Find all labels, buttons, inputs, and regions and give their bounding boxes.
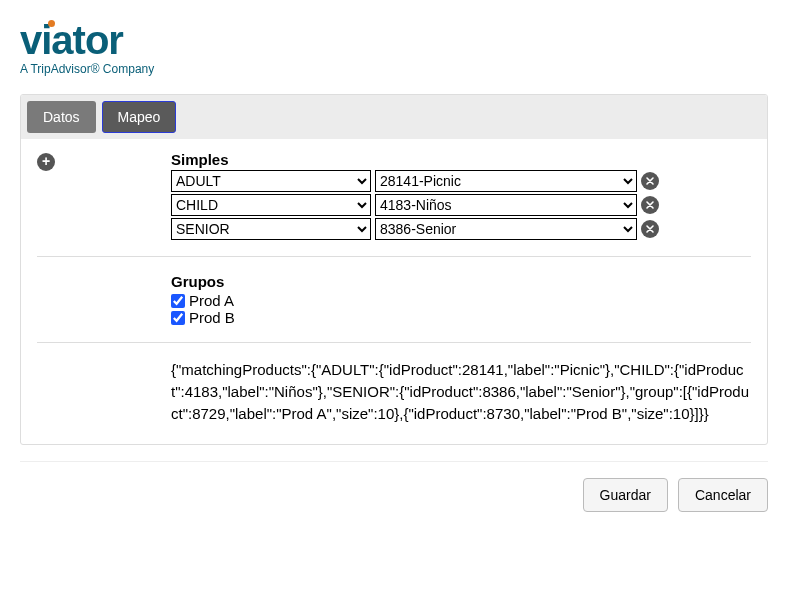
json-dump: {"matchingProducts":{"ADULT":{"idProduct…	[171, 359, 751, 424]
simples-section: Simples ADULT 28141-Picnic CHILD 4183-Ni…	[171, 151, 751, 240]
panel-content: + Simples ADULT 28141-Picnic CHILD	[21, 139, 767, 444]
divider	[37, 342, 751, 343]
simples-row: CHILD 4183-Niños	[171, 194, 751, 216]
logo-wordmark: viator	[20, 20, 768, 60]
add-icon[interactable]: +	[37, 153, 55, 171]
group-checkbox[interactable]	[171, 311, 185, 325]
remove-icon[interactable]	[641, 172, 659, 190]
remove-icon[interactable]	[641, 196, 659, 214]
divider	[37, 256, 751, 257]
simples-left-select[interactable]: SENIOR	[171, 218, 371, 240]
logo-tagline: A TripAdvisor® Company	[20, 62, 768, 76]
simples-right-select[interactable]: 8386-Senior	[375, 218, 637, 240]
simples-left-select[interactable]: CHILD	[171, 194, 371, 216]
simples-right-select[interactable]: 28141-Picnic	[375, 170, 637, 192]
tab-bar: Datos Mapeo	[21, 95, 767, 139]
group-label: Prod B	[189, 309, 235, 326]
group-row: Prod A	[171, 292, 751, 309]
logo-dot-icon	[48, 20, 55, 27]
remove-icon[interactable]	[641, 220, 659, 238]
main-panel: Datos Mapeo + Simples ADULT 28141-Picnic…	[20, 94, 768, 445]
simples-right-select[interactable]: 4183-Niños	[375, 194, 637, 216]
group-row: Prod B	[171, 309, 751, 326]
grupos-section: Grupos Prod A Prod B	[171, 273, 751, 326]
group-checkbox[interactable]	[171, 294, 185, 308]
tab-mapeo[interactable]: Mapeo	[102, 101, 177, 133]
simples-title: Simples	[171, 151, 751, 168]
simples-row: ADULT 28141-Picnic	[171, 170, 751, 192]
logo-wordmark-text: viator	[20, 18, 123, 62]
grupos-title: Grupos	[171, 273, 751, 290]
logo: viator A TripAdvisor® Company	[20, 20, 768, 76]
save-button[interactable]: Guardar	[583, 478, 668, 512]
simples-row: SENIOR 8386-Senior	[171, 218, 751, 240]
footer: Guardar Cancelar	[20, 461, 768, 512]
cancel-button[interactable]: Cancelar	[678, 478, 768, 512]
simples-left-select[interactable]: ADULT	[171, 170, 371, 192]
group-label: Prod A	[189, 292, 234, 309]
tab-datos[interactable]: Datos	[27, 101, 96, 133]
